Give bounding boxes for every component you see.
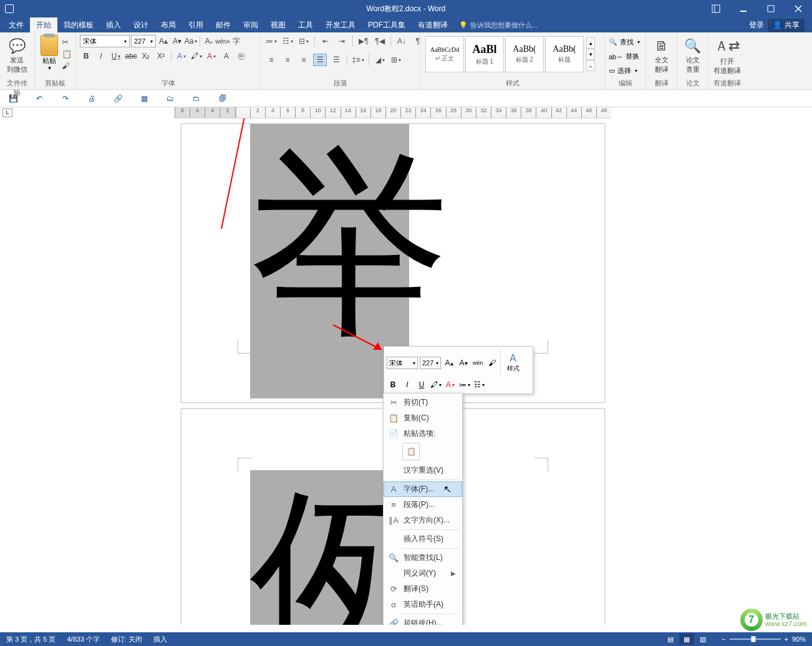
view-web-icon[interactable]: ▧ <box>695 634 710 645</box>
mini-italic-icon[interactable]: I <box>401 378 413 391</box>
font-color-icon[interactable]: A▾ <box>205 50 218 62</box>
line-spacing-icon[interactable]: ‡≡▾ <box>351 54 365 66</box>
ctx-translate[interactable]: ⟳翻译(S) <box>384 581 462 597</box>
qat-btn4[interactable]: 🖨 <box>86 93 97 104</box>
decrease-indent-icon[interactable]: ⇤ <box>319 35 332 47</box>
tab-devtools[interactable]: 开发工具 <box>319 17 362 33</box>
send-to-wechat-button[interactable]: 💬 发送 到微信 <box>4 35 30 77</box>
increase-indent-icon[interactable]: ⇥ <box>335 35 349 47</box>
align-center-icon[interactable]: ≡ <box>281 54 294 66</box>
ctx-cut[interactable]: ✂剪切(T) <box>384 395 462 410</box>
select-button[interactable]: ▭ 选择▾ <box>609 65 637 77</box>
tab-mailings[interactable]: 邮件 <box>210 17 237 33</box>
format-painter-icon[interactable]: 🖌 <box>62 61 72 70</box>
font-name-combo[interactable]: 宋体▾ <box>80 35 130 47</box>
qat-undo-icon[interactable]: ↶ <box>34 93 45 104</box>
mini-shrink-icon[interactable]: A▾ <box>457 357 470 369</box>
qat-btn9[interactable]: 🗐 <box>217 93 228 104</box>
minimize-button[interactable] <box>730 0 757 17</box>
phonetic-icon[interactable]: wénA <box>216 35 229 47</box>
mini-font-color-icon[interactable]: A▾ <box>444 378 457 391</box>
zoom-in-icon[interactable]: + <box>785 635 788 643</box>
tab-insert[interactable]: 插入 <box>100 17 127 33</box>
justify-icon[interactable]: ☰ <box>313 54 327 66</box>
close-button[interactable] <box>785 0 812 17</box>
qat-btn6[interactable]: ▦ <box>138 93 150 104</box>
ctx-synonym[interactable]: 同义词(Y)▶ <box>384 566 462 581</box>
mini-phonetic-icon[interactable]: wén <box>471 357 484 369</box>
bullets-icon[interactable]: ≔▾ <box>264 35 278 47</box>
tab-layout[interactable]: 布局 <box>155 17 182 33</box>
ctx-copy[interactable]: 📋复制(C) <box>384 410 462 426</box>
status-page[interactable]: 第 3 页，共 5 页 <box>6 635 56 644</box>
zoom-slider[interactable]: − + 90% <box>722 635 806 643</box>
mini-grow-icon[interactable]: A▴ <box>443 357 455 369</box>
tab-home[interactable]: 开始 <box>30 17 57 33</box>
mini-highlight-icon[interactable]: 🖍▾ <box>430 378 442 391</box>
ctx-reselect[interactable]: 汉字重选(V) <box>384 463 462 478</box>
change-case-icon[interactable]: Aa▾ <box>185 35 197 47</box>
tab-youdao[interactable]: 有道翻译 <box>412 17 454 33</box>
char-shading-icon[interactable]: A <box>220 50 233 62</box>
style-title[interactable]: AaBb(标题 <box>545 36 584 72</box>
ltr-icon[interactable]: ▶¶ <box>357 35 370 47</box>
qat-btn8[interactable]: 🗀 <box>191 93 202 104</box>
paste-button[interactable]: 粘贴 ▼ <box>39 35 59 71</box>
login-link[interactable]: 登录 <box>749 20 764 31</box>
shrink-font-icon[interactable]: A▾ <box>171 35 183 47</box>
replace-button[interactable]: ab↔ 替换 <box>609 51 639 62</box>
mini-numbering-icon[interactable]: ☷▾ <box>473 378 485 391</box>
status-insert[interactable]: 插入 <box>153 635 167 644</box>
bold-button[interactable]: B <box>80 50 92 62</box>
mini-underline-icon[interactable]: U <box>415 378 428 391</box>
tab-design[interactable]: 设计 <box>127 17 155 33</box>
cut-icon[interactable]: ✂ <box>62 37 72 47</box>
tab-file[interactable]: 文件 <box>2 17 30 33</box>
align-left-icon[interactable]: ≡ <box>264 54 278 66</box>
ctx-paragraph[interactable]: ≡段落(P)... <box>384 497 462 513</box>
ctx-enghelper[interactable]: α英语助手(A) <box>384 597 462 612</box>
style-gallery-scroll[interactable]: ▴▾⌄ <box>586 37 595 71</box>
document-area[interactable]: 举 例 宋体▾ 227▾ A▴ A▾ wén 🖌 A样式 B I U 🖍▾ A▾ <box>0 118 812 625</box>
grow-font-icon[interactable]: A▴ <box>157 35 170 47</box>
tab-review[interactable]: 审阅 <box>237 17 264 33</box>
mini-bullets-icon[interactable]: ≔▾ <box>458 378 471 391</box>
style-h1[interactable]: AaBl标题 1 <box>465 36 504 72</box>
italic-button[interactable]: I <box>95 50 107 62</box>
text-effects-icon[interactable]: A▾ <box>175 50 188 62</box>
thesis-check-button[interactable]: 🔍论文查重 <box>681 35 704 77</box>
tab-selector[interactable]: L <box>2 108 12 117</box>
tab-pdftools[interactable]: PDF工具集 <box>362 17 412 33</box>
multilevel-icon[interactable]: ⊟▾ <box>297 35 311 47</box>
ctx-font[interactable]: A字体(F)... <box>384 481 462 497</box>
qat-btn5[interactable]: 🔗 <box>112 93 123 104</box>
zoom-out-icon[interactable]: − <box>722 635 725 643</box>
enclose-char-icon[interactable]: ㊥ <box>235 50 248 62</box>
char-border-icon[interactable]: 字 <box>230 35 243 47</box>
borders-icon[interactable]: ⊞▾ <box>389 54 403 66</box>
distribute-icon[interactable]: ☰ <box>329 54 343 66</box>
qat-redo-icon[interactable]: ↷ <box>60 93 71 104</box>
ribbon-options-icon[interactable] <box>702 0 730 17</box>
mini-font-combo[interactable]: 宋体▾ <box>387 357 418 369</box>
mini-styles-button[interactable]: A样式 <box>500 349 523 377</box>
font-size-combo[interactable]: 227▾ <box>131 35 156 47</box>
mini-bold-icon[interactable]: B <box>387 378 399 391</box>
horizontal-ruler[interactable]: 8642246810121416182022242628303234363840… <box>175 107 611 118</box>
open-youdao-button[interactable]: Ａ⇄打开有道翻译 <box>712 35 742 77</box>
align-right-icon[interactable]: ≡ <box>297 54 311 66</box>
clear-format-icon[interactable]: Aₓ <box>203 35 215 47</box>
subscript-button[interactable]: X₂ <box>140 50 152 62</box>
view-print-icon[interactable]: ▦ <box>679 634 694 645</box>
app-save-icon[interactable] <box>5 4 14 13</box>
qat-btn7[interactable]: 🗂 <box>165 93 176 104</box>
tell-me-input[interactable]: 💡 告诉我您想要做什么... <box>459 21 538 30</box>
status-words[interactable]: 4/833 个字 <box>67 635 100 644</box>
style-h2[interactable]: AaBb(标题 2 <box>505 36 544 72</box>
mini-size-combo[interactable]: 227▾ <box>420 357 441 369</box>
shading-icon[interactable]: ◢▾ <box>373 54 387 66</box>
tab-tools[interactable]: 工具 <box>292 17 319 33</box>
underline-button[interactable]: U▾ <box>110 50 122 62</box>
rtl-icon[interactable]: ¶◀ <box>373 35 387 47</box>
view-read-icon[interactable]: ▤ <box>663 634 678 645</box>
